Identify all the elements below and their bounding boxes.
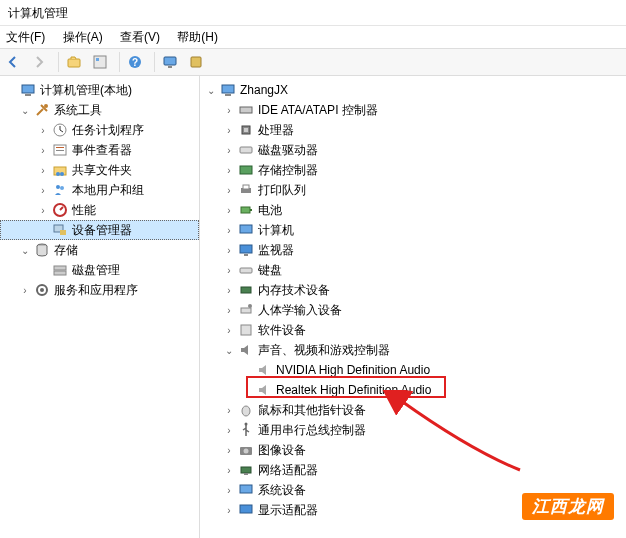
device-sound-category[interactable]: ⌄ 声音、视频和游戏控制器: [200, 340, 626, 360]
clock-icon: [52, 122, 68, 138]
svg-point-16: [56, 172, 60, 176]
device-ide[interactable]: › IDE ATA/ATAPI 控制器: [200, 100, 626, 120]
expander-icon[interactable]: ›: [222, 223, 236, 237]
svg-text:?: ?: [132, 57, 138, 68]
expander-icon[interactable]: ›: [36, 183, 50, 197]
tree-label: 处理器: [258, 122, 294, 139]
svg-rect-22: [60, 230, 66, 235]
storage-ctrl-icon: [238, 162, 254, 178]
toolbar-properties-button[interactable]: [91, 51, 113, 73]
expander-icon[interactable]: ›: [222, 323, 236, 337]
device-system[interactable]: › 系统设备: [200, 480, 626, 500]
tree-label: IDE ATA/ATAPI 控制器: [258, 102, 378, 119]
device-diskdrive[interactable]: › 磁盘驱动器: [200, 140, 626, 160]
device-nvidia-audio[interactable]: › NVIDIA High Definition Audio: [200, 360, 626, 380]
tree-label: 电池: [258, 202, 282, 219]
svg-rect-29: [225, 94, 231, 96]
svg-rect-30: [240, 107, 252, 113]
svg-rect-42: [240, 268, 252, 273]
tree-task-scheduler[interactable]: › 任务计划程序: [0, 120, 199, 140]
device-keyboard[interactable]: › 键盘: [200, 260, 626, 280]
tree-services[interactable]: › 服务和应用程序: [0, 280, 199, 300]
expander-icon[interactable]: ›: [222, 283, 236, 297]
expander-icon[interactable]: ›: [222, 123, 236, 137]
device-network[interactable]: › 网络适配器: [200, 460, 626, 480]
menu-action[interactable]: 操作(A): [63, 30, 103, 44]
tree-label: 任务计划程序: [72, 122, 144, 139]
toolbar-forward-button[interactable]: [30, 51, 52, 73]
expander-icon[interactable]: ⌄: [222, 343, 236, 357]
expander-icon[interactable]: ›: [36, 203, 50, 217]
tree-event-viewer[interactable]: › 事件查看器: [0, 140, 199, 160]
expander-icon[interactable]: ›: [222, 243, 236, 257]
svg-rect-1: [94, 56, 106, 68]
toolbar-action2-button[interactable]: [187, 51, 209, 73]
menu-help[interactable]: 帮助(H): [177, 30, 218, 44]
tree-root-computer-mgmt[interactable]: ▸ 计算机管理(本地): [0, 80, 199, 100]
performance-icon: [52, 202, 68, 218]
tree-label: 打印队列: [258, 182, 306, 199]
toolbar-action1-button[interactable]: [161, 51, 183, 73]
expander-icon[interactable]: ⌄: [18, 103, 32, 117]
svg-point-19: [60, 186, 64, 190]
menu-file[interactable]: 文件(F): [6, 30, 45, 44]
device-memory[interactable]: › 内存技术设备: [200, 280, 626, 300]
expander-icon[interactable]: ›: [18, 283, 32, 297]
expander-icon[interactable]: ›: [222, 303, 236, 317]
device-storage-ctrl[interactable]: › 存储控制器: [200, 160, 626, 180]
expander-icon[interactable]: ›: [222, 143, 236, 157]
device-battery[interactable]: › 电池: [200, 200, 626, 220]
tree-local-users[interactable]: › 本地用户和组: [0, 180, 199, 200]
tree-label: 系统设备: [258, 482, 306, 499]
expander-icon[interactable]: ›: [222, 163, 236, 177]
expander-icon[interactable]: ›: [36, 163, 50, 177]
expander-icon[interactable]: ›: [222, 183, 236, 197]
expander-icon[interactable]: ›: [36, 123, 50, 137]
expander-icon[interactable]: ›: [222, 463, 236, 477]
device-computer[interactable]: › 计算机: [200, 220, 626, 240]
device-usb[interactable]: › 通用串行总线控制器: [200, 420, 626, 440]
toolbar-help-button[interactable]: ?: [126, 51, 148, 73]
users-icon: [52, 182, 68, 198]
expander-icon[interactable]: ⌄: [18, 243, 32, 257]
expander-icon[interactable]: ›: [222, 203, 236, 217]
device-tree-root[interactable]: ⌄ ZhangJX: [200, 80, 626, 100]
tree-storage[interactable]: ⌄ 存储: [0, 240, 199, 260]
expander-icon[interactable]: ›: [222, 103, 236, 117]
tree-device-manager[interactable]: › 设备管理器: [0, 220, 199, 240]
expander-icon[interactable]: ›: [36, 143, 50, 157]
tree-shared-folders[interactable]: › 共享文件夹: [0, 160, 199, 180]
svg-rect-0: [68, 59, 80, 67]
expander-icon[interactable]: ›: [222, 263, 236, 277]
device-monitor[interactable]: › 监视器: [200, 240, 626, 260]
device-software[interactable]: › 软件设备: [200, 320, 626, 340]
device-print-queue[interactable]: › 打印队列: [200, 180, 626, 200]
expander-icon[interactable]: ⌄: [204, 83, 218, 97]
svg-rect-5: [164, 57, 176, 65]
tree-performance[interactable]: › 性能: [0, 200, 199, 220]
device-imaging[interactable]: › 图像设备: [200, 440, 626, 460]
tree-disk-mgmt[interactable]: › 磁盘管理: [0, 260, 199, 280]
tree-label: 服务和应用程序: [54, 282, 138, 299]
svg-rect-43: [241, 287, 251, 293]
device-hid[interactable]: › 人体学输入设备: [200, 300, 626, 320]
device-mouse[interactable]: › 鼠标和其他指针设备: [200, 400, 626, 420]
menu-view[interactable]: 查看(V): [120, 30, 160, 44]
toolbar-up-button[interactable]: [65, 51, 87, 73]
svg-point-45: [248, 304, 252, 308]
battery-icon: [238, 202, 254, 218]
device-display[interactable]: › 显示适配器: [200, 500, 626, 520]
tree-system-tools[interactable]: ⌄ 系统工具: [0, 100, 199, 120]
device-cpu[interactable]: › 处理器: [200, 120, 626, 140]
svg-rect-6: [168, 66, 172, 68]
tree-label: 通用串行总线控制器: [258, 422, 366, 439]
expander-icon[interactable]: ›: [222, 483, 236, 497]
expander-icon[interactable]: ›: [222, 403, 236, 417]
expander-icon[interactable]: ›: [222, 503, 236, 517]
expander-icon[interactable]: ›: [222, 443, 236, 457]
svg-rect-53: [240, 485, 252, 493]
expander-icon[interactable]: ›: [222, 423, 236, 437]
device-realtek-audio[interactable]: › Realtek High Definition Audio: [200, 380, 626, 400]
speaker-icon: [256, 382, 272, 398]
toolbar-back-button[interactable]: [4, 51, 26, 73]
